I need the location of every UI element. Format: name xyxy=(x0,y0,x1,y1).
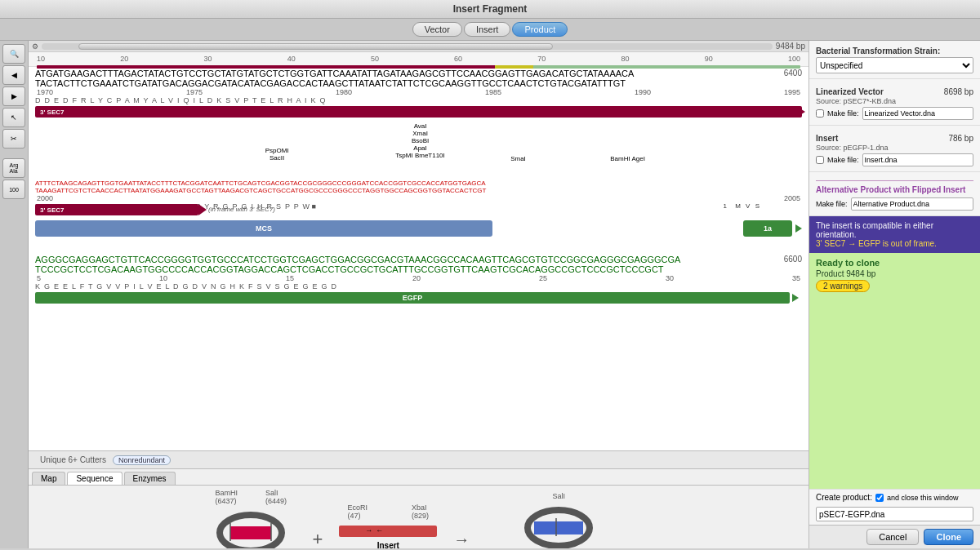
tab-insert[interactable]: Insert xyxy=(464,22,511,37)
insert-make-file-input[interactable] xyxy=(862,153,973,166)
lv-make-file-label: Make file: xyxy=(827,109,859,118)
insert-cut1: EcoRI(47) xyxy=(348,503,368,520)
bottom-tab-enzymes[interactable]: Enzymes xyxy=(124,472,176,485)
scroll-thumb[interactable] xyxy=(78,43,554,50)
right-panel: Bacterial Transformation Strain: Unspeci… xyxy=(808,41,980,548)
title-bar: Insert Fragment xyxy=(0,0,980,19)
insert-label: Insert xyxy=(377,541,399,549)
insert-make-file-checkbox[interactable] xyxy=(816,156,824,164)
center-panel: ⚙ 9484 bp 10 20 30 40 50 60 70 80 90 xyxy=(29,41,808,548)
create-product-row: Create product: and close this window xyxy=(809,489,980,505)
transformation-section: Bacterial Transformation Strain: Unspeci… xyxy=(809,41,980,79)
left-toolbar: 🔍 ◀ ▶ ↖ ✂ ArgAla 100 xyxy=(0,41,29,548)
seq-line-3a: AGGGCGAGGAGCTGTTCACCGGGGTGGTGCCCATCCTGGT… xyxy=(35,255,802,264)
alt-product-section: Alternative Product with Flipped Insert … xyxy=(809,172,980,216)
product-cut1: SalI xyxy=(552,492,565,500)
frame-note: (in frame with 3' SEC7) xyxy=(208,206,275,213)
diagram-product: SalI Product Product 9484 bp ...ACGGATCA… xyxy=(486,492,631,549)
plus-sign: + xyxy=(312,529,323,548)
lv-source: Source: pSEC7*-KB.dna xyxy=(816,97,973,105)
vector-circle-svg xyxy=(214,508,287,548)
cancel-button[interactable]: Cancel xyxy=(866,529,919,545)
bottom-buttons: Cancel Clone xyxy=(809,525,980,548)
bp-indicator: 9484 bp xyxy=(776,42,805,51)
clone-diagram: BamHI(6437) SalI(6449) Vector 8698 bp ..… xyxy=(29,486,808,548)
insert-source: Source: pEGFP-1.dna xyxy=(816,144,973,152)
alt-make-file-row: Make file: xyxy=(816,197,973,211)
info-line1: The insert is compatible in either orien… xyxy=(816,221,973,239)
insert-section: Insert 786 bp Source: pEGFP-1.dna Make f… xyxy=(809,126,980,172)
transformation-label: Bacterial Transformation Strain: xyxy=(816,47,940,55)
create-product-checkbox[interactable] xyxy=(875,494,884,502)
count-button[interactable]: 100 xyxy=(2,180,25,199)
feature-sec7-1: 3' SEC7 xyxy=(35,106,802,119)
insert-cut2: XbaI(829) xyxy=(412,503,429,520)
restriction-sites-block: AvaI XmaI BsoBI ApaI TspMI BmeT110I PspO… xyxy=(29,122,808,204)
scroll-track[interactable] xyxy=(42,43,773,50)
product-circle-svg xyxy=(522,503,595,548)
seq-block-3: 6600 AGGGCGAGGAGCTGTTCACCGGGGTGGTGCCCATC… xyxy=(29,253,808,308)
info-box: The insert is compatible in either orien… xyxy=(809,216,980,253)
arg-button[interactable]: ArgAla xyxy=(2,158,25,178)
scissors-button[interactable]: ✂ xyxy=(2,129,25,149)
feature-mcs: MCS xyxy=(35,220,492,237)
arrow-left-button[interactable]: ◀ xyxy=(2,65,25,85)
create-product-label: Create product: xyxy=(816,493,872,502)
lv-label: Linearized Vector xyxy=(816,87,884,96)
arrow-right-button[interactable]: ▶ xyxy=(2,86,25,106)
svg-rect-5 xyxy=(534,521,583,534)
info-line2: 3' SEC7 → EGFP is out of frame. xyxy=(816,239,973,248)
main-layout: 🔍 ◀ ▶ ↖ ✂ ArgAla 100 ⚙ 9484 bp 10 20 xyxy=(0,41,980,548)
bottom-panel-header: Unique 6+ Cutters Nonredundant xyxy=(29,451,808,469)
unique-cutters-label: Unique 6+ Cutters xyxy=(33,454,113,466)
aa-line-3: K G E E L F T G V V P I L V E L D G D V … xyxy=(35,282,802,291)
svg-rect-1 xyxy=(230,526,271,539)
product-filename-row xyxy=(809,505,980,525)
alt-make-file-input[interactable] xyxy=(851,197,973,211)
seq-line-1b: TACTACTTCTGAAATCTGATATGACAGGACGATACATACG… xyxy=(35,78,802,88)
bottom-panel: Unique 6+ Cutters Nonredundant Map Seque… xyxy=(29,450,808,548)
insert-make-file-row: Make file: xyxy=(816,153,973,166)
zoom-in-button[interactable]: 🔍 xyxy=(2,44,25,64)
select-button[interactable]: ↖ xyxy=(2,108,25,127)
lv-make-file-row: Make file: xyxy=(816,107,973,120)
scrollbar-top[interactable]: ⚙ 9484 bp xyxy=(29,41,808,52)
warnings-badge[interactable]: 2 warnings xyxy=(816,280,870,292)
clone-button[interactable]: Clone xyxy=(924,529,973,545)
tab-bar: Vector Insert Product xyxy=(0,19,980,41)
seq-line-1a: ATGATGAAGACTTTAGACTATACTGTCCTGCTATGTATGC… xyxy=(35,69,802,78)
diagram-vector: BamHI(6437) SalI(6449) Vector 8698 bp ..… xyxy=(206,489,296,548)
lv-bp: 8698 bp xyxy=(944,87,973,96)
linearized-vector-section: Linearized Vector 8698 bp Source: pSEC7*… xyxy=(809,79,980,126)
ready-title: Ready to clone xyxy=(816,258,973,268)
diagram-insert: EcoRI(47) XbaI(829) → ← Insert 786 bp xyxy=(339,503,437,549)
tab-product[interactable]: Product xyxy=(512,22,568,37)
seq-block-1: 6400 ATGATGAAGACTTTAGACTATACTGTCCTGCTATG… xyxy=(29,67,808,122)
seq-line-3b: TCCCGCTCCTCGACAAGTGGCCCCACCACGGTAGGACCAG… xyxy=(35,264,802,274)
tab-vector[interactable]: Vector xyxy=(412,22,462,37)
bottom-tabs: Map Sequence Enzymes xyxy=(29,469,808,486)
close-window-label: and close this window xyxy=(887,494,959,502)
ruler: 10 20 30 40 50 60 70 80 90 100 xyxy=(29,52,808,67)
transformation-select[interactable]: Unspecified xyxy=(816,57,973,73)
insert-label-r: Insert xyxy=(816,134,838,143)
insert-make-file-label: Make file: xyxy=(827,156,859,164)
bottom-tab-sequence[interactable]: Sequence xyxy=(67,472,122,485)
bottom-tab-map[interactable]: Map xyxy=(32,472,65,485)
alt-make-file-label: Make file: xyxy=(816,200,848,208)
feature-bars-row: 3' SEC7 (in frame with 3' SEC7) 1 M V S … xyxy=(29,204,808,253)
product-filename-input[interactable] xyxy=(816,507,973,521)
lv-make-file-input[interactable] xyxy=(862,107,973,120)
nonredundant-badge[interactable]: Nonredundant xyxy=(113,455,171,465)
feature-egfp-2: EGFP xyxy=(35,292,802,305)
vector-cut1: BamHI(6437) xyxy=(215,489,238,505)
arrow-sign: → xyxy=(453,530,470,549)
feature-egfp-1: 1a xyxy=(743,220,792,237)
product-bp-line: Product 9484 bp xyxy=(816,269,973,278)
window-title: Insert Fragment xyxy=(453,3,528,15)
num-labels-3: 5 10 15 20 25 30 35 xyxy=(35,274,802,282)
aa-line-1: D D E D F R L Y C P A M Y A L V I Q I L … xyxy=(35,96,802,104)
sequence-view[interactable]: ⚙ 9484 bp 10 20 30 40 50 60 70 80 90 xyxy=(29,41,808,450)
lv-make-file-checkbox[interactable] xyxy=(816,109,824,118)
vector-cut2: SalI(6449) xyxy=(265,489,287,505)
